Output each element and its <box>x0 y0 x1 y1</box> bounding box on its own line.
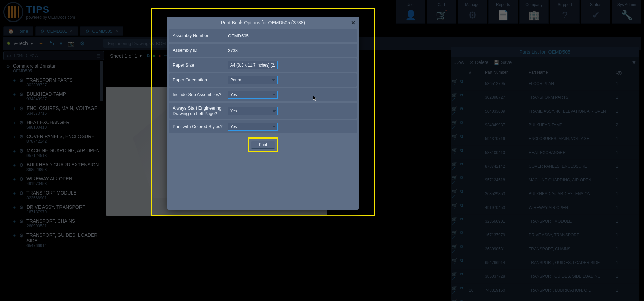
parts-row[interactable]: 🛒 ⧉ ↗385037728TRANSPORT GUIDES, SIDE LOA… <box>451 270 639 284</box>
print-button[interactable]: Print <box>251 141 275 149</box>
tree-item[interactable]: ＋⚙BULKHEAD-TAMP934849937 <box>3 89 103 103</box>
row-action-icons[interactable]: 🛒 ⧉ ↗ <box>452 299 469 301</box>
parts-row[interactable]: 🛒 ⧉ ↗323666901TRANSPORT MODULE1 <box>451 215 639 228</box>
parts-row[interactable]: 🛒 ⧉ ↗934849937BULKHEAD-TAMP2 <box>451 118 639 132</box>
approve-icon[interactable]: ● <box>153 53 155 59</box>
print-icon[interactable]: 🖶 <box>49 40 54 46</box>
reject-icon[interactable]: ● <box>158 53 161 59</box>
parts-row[interactable]: 🛒 ⧉ ↗16748319150TRANSPORT, LUBRICATION, … <box>451 284 639 297</box>
row-action-icons[interactable]: 🛒 ⧉ ↗ <box>452 120 469 130</box>
topmenu-user[interactable]: User👤 <box>396 0 425 24</box>
tab-oemd101[interactable]: ⚙OEMD101✕ <box>35 26 78 36</box>
parts-row[interactable]: 🛒 ⧉ ↗167137979DRIVE ASSY, TRANSPORT1 <box>451 228 639 242</box>
tree-item[interactable]: ＋⚙ENCLOSURES, MAIN, VOLTAGE534370716 <box>3 103 103 118</box>
row-action-icons[interactable]: 🛒 ⧉ ↗ <box>452 175 469 185</box>
row-action-icons[interactable]: 🛒 ⧉ ↗ <box>452 162 469 171</box>
expand-icon[interactable]: ＋ <box>12 232 17 239</box>
parts-row[interactable]: 🛒 ⧉ ↗17555382836TRANSPORT PHOTO EYES1 <box>451 297 639 301</box>
copy-icon[interactable]: ⧉ <box>147 53 150 59</box>
topmenu-reports[interactable]: Reports📄 <box>488 0 518 24</box>
paper-size-select[interactable] <box>228 61 278 69</box>
row-action-icons[interactable]: 🛒 ⧉ ↗ <box>452 189 469 199</box>
add-icon[interactable]: ＋ <box>38 40 44 47</box>
row-action-icons[interactable]: 🛒 ⧉ ↗ <box>452 106 469 116</box>
close-icon[interactable]: ✕ <box>70 29 73 33</box>
parts-row[interactable]: 🛒 ⧉ ↗268990531TRANSPORT, CHAINS1 <box>451 242 639 256</box>
parts-row[interactable]: 🛒 ⧉ ↗302398727TRANSFORM PARTS1 <box>451 91 639 104</box>
expand-icon[interactable]: ＋ <box>12 204 17 210</box>
tree-item[interactable]: ＋⚙TRANSPORT, CHAINS268990531 <box>3 216 103 230</box>
row-action-icons[interactable]: 🛒 ⧉ ↗ <box>452 79 469 88</box>
expand-icon[interactable]: ＋ <box>12 148 17 154</box>
sheet-indicator[interactable]: Sheet 1 of 1 ▾ ⧉ ● ● ▭ <box>110 53 168 59</box>
save-button[interactable]: 💾 Save <box>494 60 512 65</box>
parts-row[interactable]: 🛒 ⧉ ↗878742142COVER PANELS, ENCLOSURE1 <box>451 160 639 173</box>
row-action-icons[interactable]: 🛒 ⧉ ↗ <box>452 217 469 226</box>
parts-row[interactable]: 🛒 ⧉ ↗536512795FLOOR PLAN1 <box>451 77 639 91</box>
expand-icon[interactable]: ＋ <box>12 218 17 224</box>
sub-assemblies-select[interactable]: Yes <box>228 91 278 99</box>
gear-icon[interactable]: ⚙ <box>80 40 85 47</box>
camera-icon[interactable]: 📷 <box>68 40 74 47</box>
topmenu-status[interactable]: Status✔ <box>581 0 610 24</box>
topmenu-company[interactable]: Company🏢 <box>519 0 549 24</box>
row-action-icons[interactable]: 🛒 ⧉ ↗ <box>452 93 469 102</box>
row-action-icons[interactable]: 🛒 ⧉ ↗ <box>452 134 469 143</box>
row-action-icons[interactable]: 🛒 ⧉ ↗ <box>452 286 469 295</box>
tools-icon[interactable]: ✖ <box>632 60 636 65</box>
tree-scrollbar[interactable] <box>100 61 103 101</box>
tree-item[interactable]: ＋⚙MACHINE GUARDING, AIR OPEN957124518 <box>3 146 103 160</box>
topmenu-support[interactable]: Support? <box>550 0 580 24</box>
tree-item[interactable]: ＋⚙TRANSPORT, GUIDES, LOADER SIDE65476691… <box>3 230 103 250</box>
tree-item[interactable]: ＋⚙TRANSFORM PARTS302398727 <box>3 75 103 89</box>
topmenu-sys-admin[interactable]: Sys Admin🔧 <box>612 0 641 24</box>
tab-home[interactable]: 🏠Home <box>3 26 33 36</box>
row-action-icons[interactable]: 🛒 ⧉ ↗ <box>452 230 469 240</box>
topmenu-manage[interactable]: Manage⚙ <box>458 0 487 24</box>
parts-row[interactable]: 🛒 ⧉ ↗564033609FRAME ASSY, 40, ELEVATION,… <box>451 104 639 118</box>
row-action-icons[interactable]: 🛒 ⧉ ↗ <box>452 244 469 254</box>
row-action-icons[interactable]: 🛒 ⧉ ↗ <box>452 203 469 212</box>
row-partnumber: 167137979 <box>485 233 529 238</box>
tree-root[interactable]: ⚙ Commercial Brinstar OEMD505 <box>3 61 103 75</box>
expand-icon[interactable]: ＋ <box>12 105 17 112</box>
delete-button[interactable]: ✕ Delete <box>470 60 488 65</box>
label-assembly-number: Assembly Number <box>173 33 225 38</box>
row-action-icons[interactable]: 🛒 ⧉ ↗ <box>452 272 469 281</box>
colored-select[interactable]: Yes <box>228 123 278 131</box>
parts-row[interactable]: 🛒 ⧉ ↗654766914TRANSPORT, GUIDES, LOADER … <box>451 256 639 270</box>
row-action-icons[interactable]: 🛒 ⧉ ↗ <box>452 148 469 157</box>
gear-icon: ⚙ <box>19 91 24 97</box>
expand-icon[interactable]: ＋ <box>12 77 17 83</box>
orientation-select[interactable]: Portrait <box>228 76 278 84</box>
parts-row[interactable]: 🛒 ⧉ ↗491970453WIREWAY AIR OPEN1 <box>451 201 639 215</box>
tree-item[interactable]: ＋⚙COVER PANELS, ENCLOSURE878742142 <box>3 132 103 146</box>
tree-item[interactable]: ＋⚙HEAT EXCHANGER588100410 <box>3 118 103 132</box>
parts-row[interactable]: 🛒 ⧉ ↗594370716ENCLOSURES, MAIN, VOLTAGE1 <box>451 132 639 146</box>
context-selector[interactable]: ✹ V-Tech ▾ <box>7 41 33 46</box>
parts-row[interactable]: 🛒 ⧉ ↗368529853BULKHEAD-GUARD EXTENSION1 <box>451 187 639 201</box>
dropdown-icon[interactable]: ▾ <box>60 40 62 47</box>
tree-item[interactable]: ＋⚙BULKHEAD-GUARD EXTENSION368529853 <box>3 160 103 174</box>
search-input[interactable]: ex. 12345-0931A ▤ <box>3 51 104 60</box>
tree-item[interactable]: ＋⚙DRIVE ASSY, TRANSPORT167137979 <box>3 202 103 216</box>
topmenu-icon: 👤 <box>405 10 417 21</box>
expand-icon[interactable]: ＋ <box>12 162 17 168</box>
left-page-select[interactable]: Yes <box>228 107 278 115</box>
close-icon[interactable]: ✕ <box>351 19 355 26</box>
close-icon[interactable]: ✕ <box>115 29 118 33</box>
tree-item[interactable]: ＋⚙TRANSPORT MODULE323666901 <box>3 188 103 202</box>
tree-item-num: 957124518 <box>26 153 100 158</box>
expand-icon[interactable]: ＋ <box>12 120 17 126</box>
expand-icon[interactable]: ＋ <box>12 134 17 140</box>
tab-oemd505[interactable]: ⚙OEMD505✕ <box>80 26 123 36</box>
expand-icon[interactable]: ＋ <box>12 91 17 97</box>
expand-icon[interactable]: ＋ <box>12 176 17 182</box>
topmenu-cart[interactable]: Cart🛒 <box>427 0 456 24</box>
parts-row[interactable]: 🛒 ⧉ ↗957124518MACHINE GUARDING, AIR OPEN… <box>451 173 639 187</box>
add-row-button[interactable]: …ow <box>453 60 464 65</box>
parts-row[interactable]: 🛒 ⧉ ↗588100410HEAT EXCHANGER1 <box>451 146 639 160</box>
tree-item[interactable]: ＋⚙WIREWAY AIR OPEN491970453 <box>3 174 103 188</box>
expand-icon[interactable]: ＋ <box>12 190 17 196</box>
row-action-icons[interactable]: 🛒 ⧉ ↗ <box>452 258 469 267</box>
